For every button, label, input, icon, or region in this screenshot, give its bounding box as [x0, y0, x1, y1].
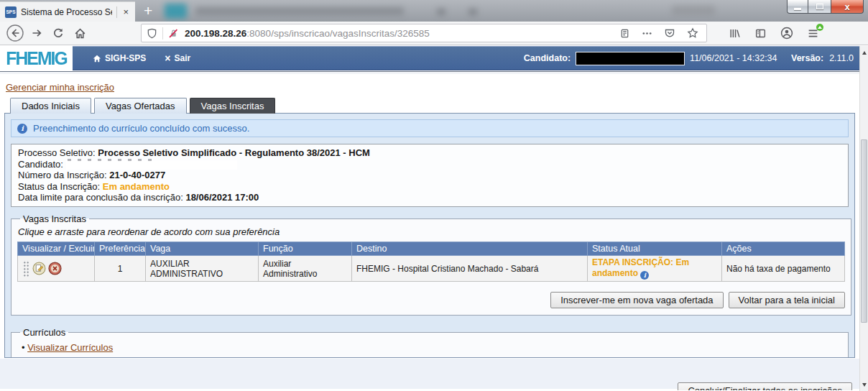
- scroll-down-arrow-icon[interactable]: [860, 380, 868, 390]
- url-path: :8080/sps/inscricao/vagasInscritas/32658…: [246, 28, 429, 39]
- site-favicon: SPS: [5, 6, 17, 18]
- cell-vaga: AUXILIAR ADMINISTRATIVO: [146, 255, 259, 282]
- reload-button[interactable]: [47, 23, 69, 43]
- deadline-value: 18/06/2021 17:00: [185, 192, 259, 203]
- process-info-box: Processo Seletivo: Processo Seletivo Sim…: [11, 144, 849, 207]
- pocket-icon[interactable]: [664, 27, 675, 39]
- window-maximize-button[interactable]: [808, 0, 831, 14]
- bookmark-star-icon[interactable]: [687, 27, 698, 39]
- deadline-line: Data limite para conclusão da inscrição:…: [18, 192, 841, 203]
- inscription-status: Em andamento: [103, 181, 170, 192]
- nav-sigh-sps[interactable]: SIGH-SPS: [93, 53, 146, 63]
- url-text[interactable]: 200.198.28.26:8080/sps/inscricao/vagasIn…: [185, 28, 619, 39]
- table-header-row: Visualizar / Excluir Preferência Vaga Fu…: [18, 242, 845, 255]
- view-edit-icon[interactable]: [32, 262, 46, 275]
- forward-icon: [31, 27, 42, 39]
- update-badge-icon: [816, 24, 823, 31]
- version-label: Versão:: [791, 53, 823, 63]
- page-content: Gerenciar minha inscrição Dados Iniciais…: [0, 74, 859, 390]
- minimize-icon: [794, 8, 801, 10]
- app-header: FHEMIG SIGH-SPS × Sair Candidato: 11/06/…: [0, 46, 859, 70]
- urlbar-actions: [619, 27, 701, 39]
- page-tabs: Dados Iniciais Vagas Ofertadas Vagas Ins…: [10, 98, 859, 114]
- tab-panel: i Preenchimento do currículo concluído c…: [4, 113, 855, 358]
- page-scrollbar[interactable]: [859, 46, 868, 391]
- fhemig-logo: FHEMIG: [0, 46, 73, 70]
- tab-dados-iniciais[interactable]: Dados Iniciais: [10, 98, 91, 114]
- url-bar[interactable]: 200.198.28.26:8080/sps/inscricao/vagasIn…: [141, 24, 707, 42]
- col-visualizar-excluir: Visualizar / Excluir: [18, 242, 95, 255]
- sidebar-icon[interactable]: [754, 27, 767, 40]
- vagas-inscritas-fieldset: Vagas Inscritas Clique e arraste para re…: [11, 213, 851, 316]
- forward-button[interactable]: [26, 23, 47, 43]
- redacted-blur-dot: [468, 9, 477, 15]
- window-minimize-button[interactable]: [787, 0, 808, 14]
- col-preferencia: Preferência: [95, 242, 146, 255]
- scroll-up-arrow-icon[interactable]: [860, 47, 868, 58]
- vagas-buttons-row: Inscrever-me em nova vaga ofertada Volta…: [17, 292, 845, 308]
- col-vaga: Vaga: [146, 242, 259, 255]
- col-acoes: Ações: [722, 242, 845, 255]
- new-vaga-button[interactable]: Inscrever-me em nova vaga ofertada: [550, 292, 723, 308]
- insecure-lock-icon[interactable]: [168, 28, 179, 39]
- bullet-icon: •: [22, 342, 25, 353]
- inscription-status-line: Status da Inscrição: Em andamento: [18, 181, 841, 193]
- fhemig-logo-text: FHEMIG: [6, 47, 67, 70]
- urlbar-divider: [162, 27, 163, 40]
- window-controls: x: [787, 0, 864, 14]
- page-actions-icon[interactable]: [642, 28, 652, 39]
- cell-funcao: Auxiliar Administrativo: [259, 255, 352, 282]
- visualizar-curriculos-link[interactable]: Visualizar Currículos: [27, 342, 113, 353]
- library-icon[interactable]: [729, 27, 741, 40]
- inscription-number-line: Número da Inscrição: 21-0-40-0277: [18, 170, 841, 181]
- tab-vagas-inscritas[interactable]: Vagas Inscritas: [190, 98, 276, 114]
- process-name: Processo Seletivo Simplificado - Regulam…: [98, 147, 370, 158]
- inscription-number: 21-0-40-0277: [109, 170, 165, 180]
- page-viewport: FHEMIG SIGH-SPS × Sair Candidato: 11/06/…: [0, 46, 859, 391]
- exit-x-icon: ×: [165, 52, 170, 64]
- window-close-button[interactable]: x: [831, 0, 864, 14]
- reader-mode-icon[interactable]: [619, 28, 630, 39]
- col-funcao: Função: [259, 242, 352, 255]
- drag-handle[interactable]: [22, 260, 29, 277]
- back-button[interactable]: [4, 23, 26, 43]
- candidate-label: Candidato:: [524, 53, 571, 63]
- col-status-atual: Status Atual: [588, 242, 722, 255]
- tab-vagas-ofertadas[interactable]: Vagas Ofertadas: [94, 98, 187, 114]
- table-row[interactable]: 1 AUXILIAR ADMINISTRATIVO Auxiliar Admin…: [18, 255, 845, 282]
- finalize-all-button[interactable]: Concluir/Finalizar todas as inscrições: [678, 382, 852, 390]
- manage-inscription-link[interactable]: Gerenciar minha inscrição: [6, 82, 114, 93]
- new-tab-button[interactable]: +: [144, 1, 152, 21]
- col-destino: Destino: [352, 242, 588, 255]
- cell-acoes: Não há taxa de pagamento: [722, 255, 845, 282]
- cell-preferencia: 1: [95, 255, 146, 282]
- status-info-icon[interactable]: i: [640, 271, 649, 280]
- browser-tab-active[interactable]: SPS Sistema de Processo Seletivo - ×: [0, 1, 135, 22]
- redacted-blur-dot: [437, 9, 445, 15]
- shield-icon[interactable]: [147, 28, 157, 39]
- success-message-text: Preenchimento do currículo concluído com…: [33, 123, 249, 134]
- nav-sair[interactable]: × Sair: [165, 52, 190, 64]
- header-user-info: Candidato: 11/06/2021 - 14:32:34 Versão:…: [524, 52, 859, 65]
- redacted-blur-text: [195, 7, 404, 15]
- close-icon: x: [844, 1, 849, 12]
- home-icon: [74, 27, 86, 40]
- candidate-name-redacted: [576, 52, 684, 65]
- row-action-icons: [22, 260, 90, 277]
- scrollbar-thumb[interactable]: [861, 139, 867, 323]
- toolbar-right-icons: [729, 27, 819, 40]
- tab-close-icon[interactable]: ×: [121, 6, 130, 17]
- account-icon[interactable]: [780, 27, 793, 40]
- browser-tab-bar: SPS Sistema de Processo Seletivo - × + x: [0, 0, 868, 22]
- home-button[interactable]: [69, 23, 91, 43]
- back-to-start-button[interactable]: Voltar para a tela inicial: [729, 292, 845, 308]
- menu-button[interactable]: [807, 27, 819, 40]
- browser-window: SPS Sistema de Processo Seletivo - × + x: [0, 0, 868, 391]
- process-line: Processo Seletivo: Processo Seletivo Sim…: [18, 147, 841, 159]
- candidate-name-redacted-light: [66, 160, 237, 170]
- curriculos-legend: Currículos: [20, 327, 68, 338]
- nav-sigh-sps-label: SIGH-SPS: [105, 53, 146, 63]
- browser-toolbar: 200.198.28.26:8080/sps/inscricao/vagasIn…: [0, 22, 868, 45]
- vagas-table: Visualizar / Excluir Preferência Vaga Fu…: [17, 242, 845, 282]
- delete-icon[interactable]: [48, 262, 62, 275]
